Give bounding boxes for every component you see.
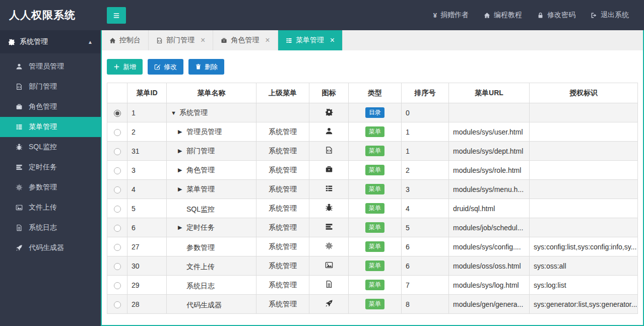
sidebar-item-9[interactable]: 代码生成器: [0, 238, 101, 258]
sidebar-item-3[interactable]: 菜单管理: [0, 117, 101, 137]
row-radio[interactable]: [114, 206, 121, 213]
cell-type: 菜单: [349, 161, 402, 180]
cell-order: 4: [402, 199, 449, 218]
lock-icon: [537, 12, 544, 19]
cell-url: [449, 103, 530, 122]
column-header-4[interactable]: 图标: [309, 83, 349, 103]
sidebar-group-label: 系统管理: [20, 37, 48, 46]
row-radio[interactable]: [114, 263, 121, 270]
cell-icon: [309, 142, 349, 161]
row-radio[interactable]: [114, 148, 121, 155]
cell-menu-id: 6: [127, 218, 167, 237]
row-radio[interactable]: [114, 129, 121, 136]
header-link-1[interactable]: 编程教程: [484, 11, 522, 20]
cell-perms: [530, 218, 638, 237]
cell-parent-menu: 系统管理: [256, 180, 309, 199]
config-icon: [325, 242, 333, 250]
row-radio[interactable]: [114, 186, 121, 193]
tree-expand-icon[interactable]: ▶: [178, 167, 186, 173]
delete-button[interactable]: 删除: [188, 59, 224, 75]
cell-order: 3: [402, 180, 449, 199]
tree-expand-icon[interactable]: ▶: [178, 224, 186, 231]
tab-item-1[interactable]: 部门管理×: [149, 30, 213, 50]
column-header-5[interactable]: 类型: [349, 83, 402, 103]
cell-url: modules/oss/oss.html: [449, 256, 530, 276]
column-header-2[interactable]: 菜单名称: [167, 83, 256, 103]
column-header-0[interactable]: [107, 83, 127, 103]
tree-expand-icon[interactable]: ▶: [178, 128, 186, 135]
tab-item-2[interactable]: 角色管理×: [213, 30, 278, 50]
config-icon: [15, 184, 23, 191]
header-link-2[interactable]: 修改密码: [537, 11, 575, 20]
cell-order: 1: [402, 142, 449, 161]
row-radio[interactable]: [114, 225, 121, 232]
column-header-1[interactable]: 菜单ID: [127, 83, 167, 103]
sidebar-item-4[interactable]: SQL监控: [0, 137, 101, 157]
type-badge: 菜单: [365, 222, 384, 232]
sidebar-item-label: 部门管理: [29, 82, 57, 91]
tab-item-3[interactable]: 菜单管理×: [278, 30, 343, 50]
row-radio[interactable]: [114, 167, 121, 174]
column-header-8[interactable]: 授权标识: [530, 83, 638, 103]
sidebar-item-7[interactable]: 文件上传: [0, 198, 101, 218]
table-row-9: 29系统日志系统管理菜单7modules/sys/log.htmlsys:log…: [107, 276, 638, 295]
cell-menu-name: ▶角色管理: [167, 161, 256, 180]
menu-icon: [286, 37, 292, 44]
cell-type: 菜单: [349, 142, 402, 161]
close-icon[interactable]: ×: [330, 36, 335, 44]
menu-icon: [325, 184, 333, 192]
logout-icon: [591, 12, 597, 19]
cell-menu-name: 文件上传: [167, 256, 256, 276]
menu-name-text: 管理员管理: [186, 127, 222, 137]
column-header-6[interactable]: 排序号: [402, 83, 449, 103]
sidebar-item-1[interactable]: 部门管理: [0, 77, 101, 97]
upload-icon: [325, 261, 333, 269]
row-radio[interactable]: [114, 282, 121, 289]
column-header-3[interactable]: 上级菜单: [256, 83, 309, 103]
sidebar-item-label: 菜单管理: [29, 122, 57, 132]
menu-name-text: 系统日志: [186, 282, 215, 291]
gear-icon: [8, 38, 15, 45]
sidebar-item-8[interactable]: 系统日志: [0, 218, 101, 238]
tree-expand-icon[interactable]: ▶: [178, 186, 186, 192]
tasks-icon: [15, 164, 23, 171]
type-badge: 菜单: [365, 165, 384, 175]
rocket-icon: [15, 244, 23, 251]
tree-expand-icon[interactable]: ▶: [178, 148, 186, 154]
cell-url: modules/sys/config....: [449, 237, 530, 256]
menu-name-text: 定时任务: [186, 223, 215, 232]
sidebar-item-label: 系统日志: [29, 223, 57, 232]
sidebar-item-2[interactable]: 角色管理: [0, 97, 101, 117]
user-icon: [325, 127, 333, 135]
cell-icon: [309, 180, 349, 199]
sidebar-item-label: 角色管理: [29, 102, 57, 111]
tree-collapse-icon[interactable]: ▼: [171, 110, 179, 116]
type-badge: 菜单: [365, 299, 384, 309]
close-icon[interactable]: ×: [265, 36, 270, 44]
column-header-7[interactable]: 菜单URL: [449, 83, 530, 103]
header-link-3[interactable]: 退出系统: [591, 11, 629, 20]
sidebar-item-6[interactable]: 参数管理: [0, 177, 101, 198]
role-icon: [221, 37, 227, 44]
sidebar-toggle-button[interactable]: ≡: [107, 7, 126, 24]
row-radio[interactable]: [114, 244, 121, 251]
sidebar-group-system[interactable]: 系统管理 ▲: [0, 30, 101, 53]
row-radio[interactable]: [114, 301, 121, 308]
row-radio[interactable]: [114, 110, 121, 117]
edit-button[interactable]: 修改: [148, 59, 183, 75]
add-button[interactable]: 新增: [107, 59, 143, 75]
cell-perms: [530, 161, 638, 180]
chevron-up-icon: ▲: [88, 39, 93, 45]
cell-menu-id: 27: [127, 237, 167, 256]
dept-icon: [156, 37, 163, 44]
user-icon: [15, 63, 23, 70]
sidebar: 系统管理 ▲ 管理员管理部门管理角色管理菜单管理SQL监控定时任务参数管理文件上…: [0, 30, 101, 326]
tab-item-0[interactable]: 控制台: [102, 30, 149, 50]
sidebar-item-5[interactable]: 定时任务: [0, 157, 101, 177]
sidebar-item-0[interactable]: 管理员管理: [0, 56, 101, 77]
cell-url: druid/sql.html: [449, 199, 530, 218]
table-row-7: 27参数管理系统管理菜单6modules/sys/config....sys:c…: [107, 237, 638, 256]
header-link-label: 编程教程: [494, 11, 522, 20]
header-link-0[interactable]: ¥捐赠作者: [433, 11, 469, 20]
close-icon[interactable]: ×: [201, 36, 205, 44]
